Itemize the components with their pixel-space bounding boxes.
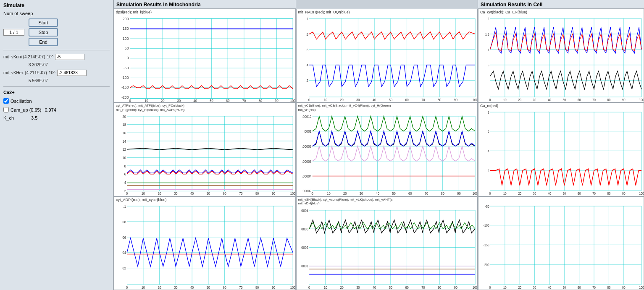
svg-text:.0003: .0003 [300,227,308,231]
svg-text:10: 10 [123,156,126,160]
svg-text:-50: -50 [485,204,490,209]
svg-text:90: 90 [622,285,626,290]
svg-text:30: 30 [174,285,178,290]
svg-text:1: 1 [306,17,308,21]
svg-text:30: 30 [356,285,360,290]
svg-text:100: 100 [472,285,477,290]
svg-text:0: 0 [489,285,491,290]
svg-text:30: 30 [177,99,181,102]
num-sweep-label: Num of sweep [3,11,33,16]
param2-exp-prefix: 10^ [49,71,55,75]
sweep-value[interactable]: 1 / 1 [3,29,24,36]
svg-text:70: 70 [239,192,243,196]
svg-text:18: 18 [123,123,126,127]
mito-chart-1-title: dpsi(red); mit_k(blue) [114,9,295,16]
svg-text:60: 60 [578,191,581,196]
svg-text:10: 10 [323,98,327,102]
svg-text:80: 80 [607,191,611,196]
svg-text:40: 40 [193,99,197,102]
mito-column: Simulation Results in Mitochondria dpsi(… [113,0,296,290]
svg-text:40: 40 [548,191,551,196]
svg-text:.00006: .00006 [302,160,311,164]
cell-chart-2-title: Ca_m(red) [478,103,644,109]
svg-text:40: 40 [376,192,379,196]
svg-text:10: 10 [145,99,148,102]
mito-chart-3-title: cyt_ADPt(red); mit_cytcr(blue) [114,197,295,203]
svg-text:100: 100 [639,285,644,290]
svg-text:90: 90 [457,192,461,196]
svg-text:90: 90 [272,285,276,290]
svg-text:50: 50 [563,98,566,102]
mid-chart-2-title: mit_vC1i(Blue); mit_vC3(Black); mit_vC4(… [297,103,478,112]
svg-text:50: 50 [392,192,396,196]
svg-text:60: 60 [405,285,409,290]
param1-exp-input[interactable] [55,54,84,60]
svg-text:30: 30 [533,285,536,290]
cam-up-label: Cam_up (0.65) [11,107,41,112]
mito-chart-2: cyt_ATPt(red); mit_ATPt(blue); cyt_PCr(b… [114,102,296,196]
end-button[interactable]: End [29,38,58,46]
svg-text:10: 10 [503,191,507,196]
svg-text:60: 60 [226,99,230,102]
svg-text:70: 70 [421,285,425,290]
cam-up-checkbox[interactable] [3,107,9,112]
svg-text:20: 20 [518,285,521,290]
svg-text:12: 12 [123,148,126,152]
cell-chart-3: -50 -100 -150 -200 0 10 20 30 40 50 60 7… [478,196,644,290]
param2-exp-input[interactable] [57,70,87,76]
svg-text:4: 4 [124,181,126,185]
svg-text:0: 0 [489,98,491,102]
svg-text:-100: -100 [484,223,489,227]
svg-text:40: 40 [372,98,376,102]
svg-text:-100: -100 [121,75,129,80]
mito-column-title: Simulation Results in Mitochondria [114,0,296,9]
cell-chart-2: Ca_m(red) [478,102,644,196]
svg-text:10: 10 [503,285,507,290]
svg-text:-150: -150 [484,243,489,247]
svg-text:80: 80 [441,192,444,196]
svg-text:.04: .04 [122,251,126,255]
svg-text:60: 60 [578,98,581,102]
svg-text:40: 40 [548,98,551,102]
mito-chart-3: cyt_ADPt(red); mit_cytcr(blue) [114,196,296,290]
cell-chart-1: Ca_cyt(black); Ca_ER(blue) [478,9,644,102]
svg-text:60: 60 [223,192,226,196]
param2-name: mit_vKHex (4.211E-07) [3,71,47,75]
svg-text:20: 20 [518,98,521,102]
mito-chart-2-title: cyt_ATPt(red); mit_ATPt(blue); cyt_PCr(b… [114,103,295,112]
svg-text:.1: .1 [124,204,126,209]
svg-text:20: 20 [161,99,165,102]
svg-text:100: 100 [123,36,129,41]
svg-text:50: 50 [563,191,566,196]
svg-rect-276 [490,206,642,285]
svg-text:0: 0 [129,99,131,102]
svg-text:70: 70 [592,98,596,102]
svg-text:70: 70 [592,285,596,290]
svg-text:20: 20 [340,285,344,290]
oscillation-checkbox[interactable] [3,98,9,104]
svg-text:16: 16 [123,131,126,136]
svg-text:4: 4 [488,149,489,154]
svg-text:50: 50 [207,285,210,290]
svg-text:60: 60 [578,285,581,290]
svg-text:.08: .08 [122,220,126,224]
svg-text:50: 50 [389,98,392,102]
svg-text:100: 100 [290,99,295,102]
svg-text:.0001: .0001 [300,264,308,269]
svg-text:.5: .5 [487,63,489,68]
svg-text:100: 100 [639,191,644,196]
mid-chart-3-title: mit_vSN(Black); cyt_vcons(Plum); mit_vLK… [297,197,478,206]
svg-text:-150: -150 [121,85,129,90]
mito-chart-1: dpsi(red); mit_k(blue) [114,9,296,102]
stop-button[interactable]: Stop [29,28,58,37]
svg-text:40: 40 [190,285,194,290]
cell-column: Simulation Results in Cell Ca_cyt(black)… [478,0,644,290]
svg-text:80: 80 [255,192,259,196]
svg-text:2: 2 [488,17,489,21]
svg-text:50: 50 [389,285,392,290]
svg-text:8: 8 [488,110,489,115]
svg-text:0: 0 [126,285,128,290]
svg-text:.06: .06 [122,235,126,240]
start-button[interactable]: Start [29,18,58,27]
svg-text:6: 6 [488,130,489,134]
